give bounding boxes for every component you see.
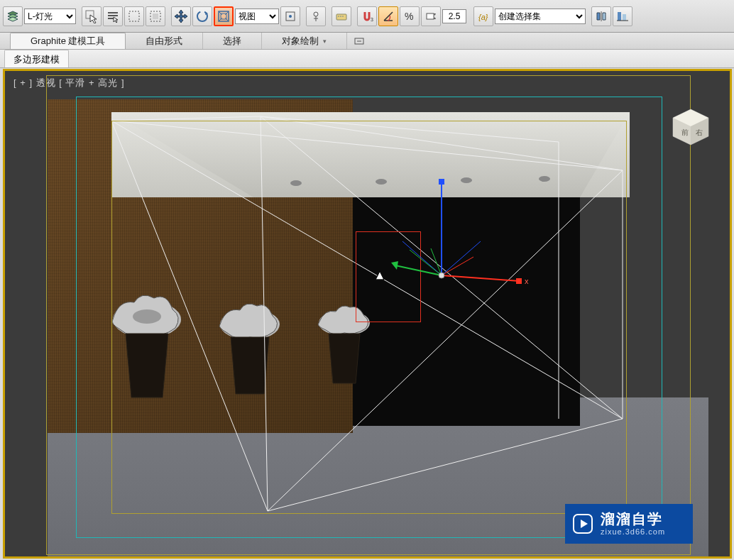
main-toolbar: L-灯光 视图 3 % [0,0,734,33]
mirror-icon[interactable] [591,6,611,26]
tab-select[interactable]: 选择 [203,33,262,49]
spinner-value-input[interactable] [442,9,466,23]
svg-rect-15 [340,16,341,17]
select-manipulate-icon[interactable] [306,6,326,26]
perspective-viewport[interactable]: [ + ] 透视 [ 平滑 + 高光 ] [3,69,732,559]
scale-icon[interactable] [214,6,234,26]
window-crossing-icon[interactable] [146,6,165,26]
svg-text:右: 右 [696,128,703,136]
svg-text:{a}: {a} [478,13,488,21]
scene-3d: x 前 右 溜溜自学 zixue.3d66. [5,71,730,556]
snap-toggle-icon[interactable]: 3 [357,6,377,26]
rotate-icon[interactable] [192,6,212,26]
rectangular-selection-icon[interactable] [124,6,144,26]
tab-object-draw[interactable]: 对象绘制 ▾ [262,33,347,49]
subtab-polygon-modeling[interactable]: 多边形建模 [4,50,69,67]
use-pivot-center-icon[interactable] [280,6,300,26]
tab-label: Graphite 建模工具 [31,35,105,48]
viewcube[interactable]: 前 右 [669,105,713,149]
move-icon[interactable] [171,6,191,26]
svg-rect-19 [427,13,434,19]
svg-point-11 [289,15,292,18]
percent-snap-icon[interactable]: % [400,6,420,26]
reference-coord-dropdown[interactable]: 视图 [235,9,279,24]
spinner-snap-icon[interactable] [421,6,441,26]
subtab-label: 多边形建模 [13,54,60,65]
tab-label: 选择 [223,35,241,48]
ribbon-tabs: Graphite 建模工具 自由形式 选择 对象绘制 ▾ [0,33,734,50]
sub-ribbon: 多边形建模 [0,50,734,68]
dropdown-icon: ▾ [323,38,327,45]
watermark-badge: 溜溜自学 zixue.3d66.com [565,504,693,544]
svg-rect-4 [129,11,139,21]
svg-rect-1 [108,12,118,13]
layers-icon[interactable] [3,6,23,26]
align-icon[interactable] [613,6,632,26]
named-selection-edit-icon[interactable]: {a} [473,6,493,26]
select-object-icon[interactable] [82,6,102,26]
selection-box [356,231,421,322]
svg-rect-6 [153,13,158,19]
angle-snap-icon[interactable] [378,6,398,26]
ribbon-collapse-icon[interactable] [347,33,371,49]
svg-marker-58 [581,520,588,528]
svg-rect-16 [342,16,344,17]
svg-text:3: 3 [371,17,373,22]
svg-rect-22 [623,14,626,21]
svg-rect-21 [618,12,621,21]
tab-graphite-modeling[interactable]: Graphite 建模工具 [10,33,126,49]
named-selection-dropdown[interactable]: 创建选择集 [495,9,586,24]
svg-point-12 [314,12,318,16]
svg-rect-2 [108,15,118,16]
tab-label: 自由形式 [146,35,182,48]
keyboard-shortcut-icon[interactable] [332,6,351,26]
tab-free-form[interactable]: 自由形式 [126,33,203,49]
watermark-url: zixue.3d66.com [601,527,665,537]
watermark-title: 溜溜自学 [601,510,665,527]
svg-text:前: 前 [681,128,689,136]
selection-filter-dropdown[interactable]: L-灯光 [24,9,76,24]
select-by-name-icon[interactable] [103,6,123,26]
svg-text:%: % [405,11,413,22]
tab-label: 对象绘制 [282,35,319,48]
play-icon [572,513,593,534]
svg-rect-14 [338,16,339,17]
